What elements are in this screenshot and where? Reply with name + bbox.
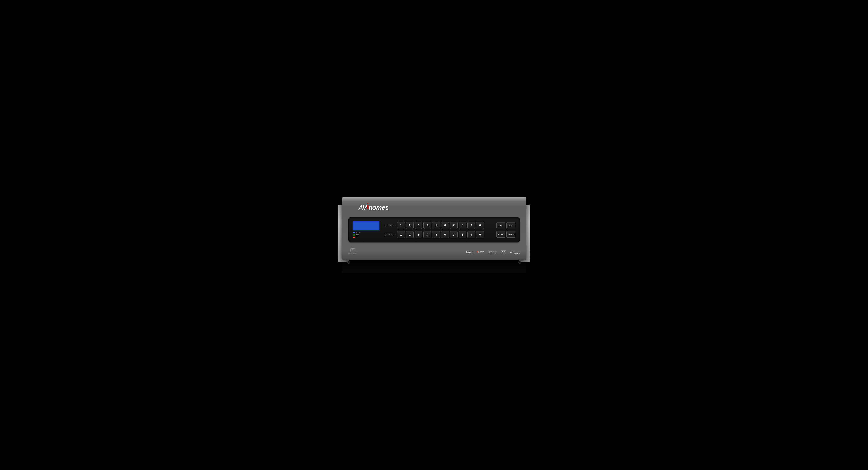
led-act	[353, 235, 355, 235]
sep4: |	[508, 250, 508, 254]
sep1: |	[474, 250, 475, 254]
label-ir: IR	[356, 236, 358, 238]
bottom-rail	[342, 258, 526, 260]
bottom-section: FIRMWARE HDMI | CHDBT· | SeamlessSwitchi…	[342, 246, 526, 258]
input-key-8[interactable]: 8	[459, 222, 466, 229]
output-key-0[interactable]: 0	[476, 231, 484, 238]
input-key-4[interactable]: 4	[424, 222, 431, 229]
usb-icon	[351, 249, 354, 251]
input-key-5[interactable]: 5	[432, 222, 440, 229]
edid-button[interactable]: EDID	[506, 222, 515, 229]
indicator-pwr: PWR	[353, 232, 360, 233]
input-row: INPUT – 1 2 3 4 5 6 7 8 9 0	[385, 222, 492, 229]
func-row-1: ALL EDID	[496, 222, 515, 229]
led-ir	[353, 237, 355, 238]
seamless-logo: SeamlessSwitching	[488, 250, 497, 254]
brand-nomes: nomes	[369, 204, 389, 211]
led-pwr	[353, 232, 355, 233]
brand-logo: AVinomes	[359, 203, 389, 211]
input-key-2[interactable]: 2	[406, 222, 414, 229]
indicators: PWR ACT IR	[353, 232, 360, 238]
fourk-logo: 4KULTRA HD	[510, 250, 520, 254]
brand-logos: HDMI | CHDBT· | SeamlessSwitching | 3D |…	[466, 250, 520, 254]
brand-av: AV	[359, 204, 367, 211]
output-key-1[interactable]: 1	[397, 231, 405, 238]
input-dash: –	[395, 224, 396, 226]
firmware-icon	[350, 248, 355, 252]
input-key-3[interactable]: 3	[415, 222, 423, 229]
hdmi-logo: HDMI	[466, 250, 472, 254]
reflection	[342, 261, 526, 273]
input-key-6[interactable]: 6	[441, 222, 449, 229]
sep3: |	[499, 250, 499, 254]
lcd-display	[353, 221, 379, 230]
all-button[interactable]: ALL	[496, 222, 505, 229]
label-pwr: PWR	[356, 232, 360, 233]
output-key-2[interactable]: 2	[406, 231, 414, 238]
output-key-5[interactable]: 5	[432, 231, 440, 238]
output-dash: –	[395, 233, 396, 236]
func-section: ALL EDID CLEAR ENTER	[496, 222, 515, 238]
output-key-7[interactable]: 7	[450, 231, 458, 238]
threed-logo: 3D	[501, 250, 506, 254]
output-key-3[interactable]: 3	[415, 231, 423, 238]
output-key-9[interactable]: 9	[467, 231, 475, 238]
indicator-act: ACT	[353, 234, 360, 236]
input-label: INPUT	[385, 224, 393, 227]
output-row: OUTPUT – 1 2 3 4 5 6 7 8 9 0	[385, 231, 492, 238]
firmware-label: FIRMWARE	[348, 253, 358, 254]
device-unit: AVinomes PWR ACT	[342, 197, 526, 260]
firmware-area: FIRMWARE	[348, 248, 358, 254]
input-key-0[interactable]: 0	[476, 222, 484, 229]
svg-rect-0	[352, 250, 354, 251]
logo-area: AVinomes	[359, 203, 389, 211]
device-scene: AVinomes PWR ACT	[342, 197, 526, 273]
enter-button[interactable]: ENTER	[506, 231, 515, 238]
lcd-section: PWR ACT IR	[353, 221, 381, 238]
input-key-9[interactable]: 9	[467, 222, 475, 229]
input-key-7[interactable]: 7	[450, 222, 458, 229]
sep2: |	[486, 250, 487, 254]
output-key-6[interactable]: 6	[441, 231, 449, 238]
keypad-section: INPUT – 1 2 3 4 5 6 7 8 9 0 OUTPUT –	[385, 222, 492, 238]
output-key-4[interactable]: 4	[424, 231, 431, 238]
label-act: ACT	[356, 234, 360, 236]
hdbt-logo: CHDBT·	[476, 251, 484, 254]
func-row-2: CLEAR ENTER	[496, 231, 515, 238]
top-rail	[342, 197, 526, 201]
input-key-1[interactable]: 1	[397, 222, 405, 229]
output-label: OUTPUT	[385, 233, 393, 236]
svg-rect-1	[352, 249, 353, 250]
indicator-ir: IR	[353, 236, 360, 238]
output-key-8[interactable]: 8	[459, 231, 466, 238]
clear-button[interactable]: CLEAR	[496, 231, 505, 238]
front-panel: PWR ACT IR INPUT –	[348, 217, 520, 242]
